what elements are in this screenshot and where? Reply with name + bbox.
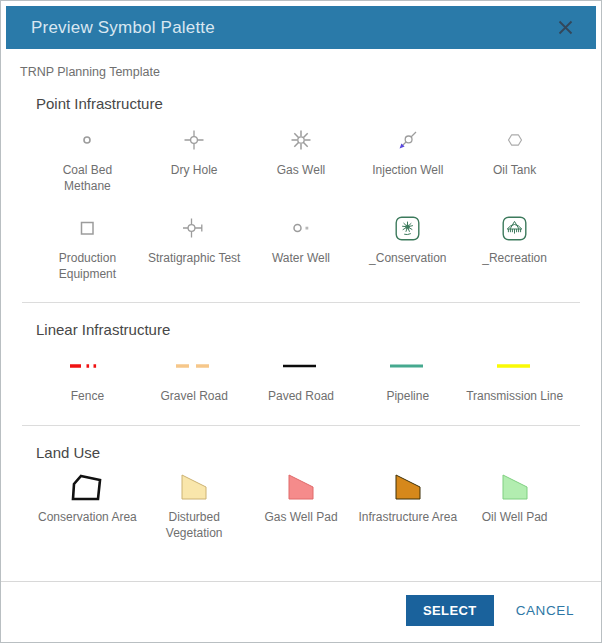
dialog-title: Preview Symbol Palette xyxy=(31,18,215,38)
palette-item-label: Coal Bed Methane xyxy=(36,162,139,198)
conservation-flower-icon xyxy=(356,206,459,250)
palette-item-label: Gas Well Pad xyxy=(250,509,353,530)
palette-item-label: _Recreation xyxy=(463,250,566,271)
palette-item-label: Conservation Area xyxy=(36,509,139,530)
fence-line-symbol xyxy=(36,344,139,388)
dry-hole-symbol xyxy=(143,118,246,162)
paved-road-line-symbol xyxy=(250,344,353,388)
dialog-titlebar: Preview Symbol Palette xyxy=(6,6,596,49)
palette-item-label: Gas Well xyxy=(250,162,353,183)
point-infrastructure-heading: Point Infrastructure xyxy=(36,95,566,112)
palette-item-gravel-road: Gravel Road xyxy=(143,344,246,409)
land-use-row-1: Conservation Area Disturbed Vegetation G… xyxy=(36,467,566,545)
palette-item-paved-road: Paved Road xyxy=(250,344,353,409)
cancel-button[interactable]: CANCEL xyxy=(516,603,574,618)
recreation-shelter-icon xyxy=(463,206,566,250)
palette-item-label: Water Well xyxy=(250,250,353,271)
injection-well-symbol xyxy=(356,118,459,162)
linear-infrastructure-row-1: Fence Gravel Road Paved Road Pipeline Tr… xyxy=(36,344,566,409)
template-name: TRNP Planning Template xyxy=(20,65,582,79)
palette-item-coal-bed-methane: Coal Bed Methane xyxy=(36,118,139,198)
point-infrastructure-row-2: Production Equipment Stratigraphic Test … xyxy=(36,206,566,286)
pipeline-line-symbol xyxy=(356,344,459,388)
conservation-area-polygon xyxy=(36,467,139,509)
preview-symbol-palette-dialog: Preview Symbol Palette TRNP Planning Tem… xyxy=(0,0,602,643)
gravel-road-line-symbol xyxy=(143,344,246,388)
section-linear-infrastructure: Linear Infrastructure Fence Gravel Road … xyxy=(22,302,580,409)
palette-item-label: Paved Road xyxy=(250,388,353,409)
dialog-footer: SELECT CANCEL xyxy=(1,581,601,642)
gas-well-symbol xyxy=(250,118,353,162)
land-use-heading: Land Use xyxy=(36,444,566,461)
close-icon[interactable] xyxy=(552,15,578,41)
palette-item-label: Oil Tank xyxy=(463,162,566,183)
linear-infrastructure-heading: Linear Infrastructure xyxy=(36,321,566,338)
palette-item-label: _Conservation xyxy=(356,250,459,271)
water-well-symbol xyxy=(250,206,353,250)
select-button[interactable]: SELECT xyxy=(406,595,494,626)
palette-item-conservation: _Conservation xyxy=(356,206,459,286)
point-infrastructure-row-1: Coal Bed Methane Dry Hole Gas Well Injec… xyxy=(36,118,566,198)
palette-item-label: Transmission Line xyxy=(463,388,566,409)
landuse-polygon xyxy=(250,467,353,509)
palette-item-pipeline: Pipeline xyxy=(356,344,459,409)
palette-item-label: Disturbed Vegetation xyxy=(143,509,246,545)
section-point-infrastructure: Point Infrastructure Coal Bed Methane Dr… xyxy=(22,95,580,286)
palette-item-oil-well-pad: Oil Well Pad xyxy=(463,467,566,545)
palette-item-dry-hole: Dry Hole xyxy=(143,118,246,198)
palette-item-disturbed-vegetation: Disturbed Vegetation xyxy=(143,467,246,545)
landuse-polygon xyxy=(143,467,246,509)
coal-bed-methane-symbol xyxy=(36,118,139,162)
palette-item-stratigraphic-test: Stratigraphic Test xyxy=(143,206,246,286)
palette-item-label: Oil Well Pad xyxy=(463,509,566,530)
palette-item-label: Fence xyxy=(36,388,139,409)
palette-item-label: Stratigraphic Test xyxy=(143,250,246,271)
palette-item-label: Production Equipment xyxy=(36,250,139,286)
palette-item-water-well: Water Well xyxy=(250,206,353,286)
palette-item-gas-well-pad: Gas Well Pad xyxy=(250,467,353,545)
palette-item-label: Injection Well xyxy=(356,162,459,183)
palette-item-infrastructure-area: Infrastructure Area xyxy=(356,467,459,545)
palette-item-label: Gravel Road xyxy=(143,388,246,409)
palette-item-label: Pipeline xyxy=(356,388,459,409)
transmission-line-symbol xyxy=(463,344,566,388)
landuse-polygon xyxy=(463,467,566,509)
palette-item-conservation-area: Conservation Area xyxy=(36,467,139,545)
dialog-body: TRNP Planning Template Point Infrastruct… xyxy=(6,49,596,581)
palette-item-label: Dry Hole xyxy=(143,162,246,183)
palette-item-recreation: _Recreation xyxy=(463,206,566,286)
palette-item-injection-well: Injection Well xyxy=(356,118,459,198)
palette-item-gas-well: Gas Well xyxy=(250,118,353,198)
palette-item-fence: Fence xyxy=(36,344,139,409)
oil-tank-symbol xyxy=(463,118,566,162)
palette-item-label: Infrastructure Area xyxy=(356,509,459,530)
palette-item-oil-tank: Oil Tank xyxy=(463,118,566,198)
stratigraphic-test-symbol xyxy=(143,206,246,250)
palette-item-production-equipment: Production Equipment xyxy=(36,206,139,286)
production-equipment-symbol xyxy=(36,206,139,250)
palette-item-transmission-line: Transmission Line xyxy=(463,344,566,409)
section-land-use: Land Use Conservation Area Disturbed Veg… xyxy=(22,425,580,545)
landuse-polygon xyxy=(356,467,459,509)
